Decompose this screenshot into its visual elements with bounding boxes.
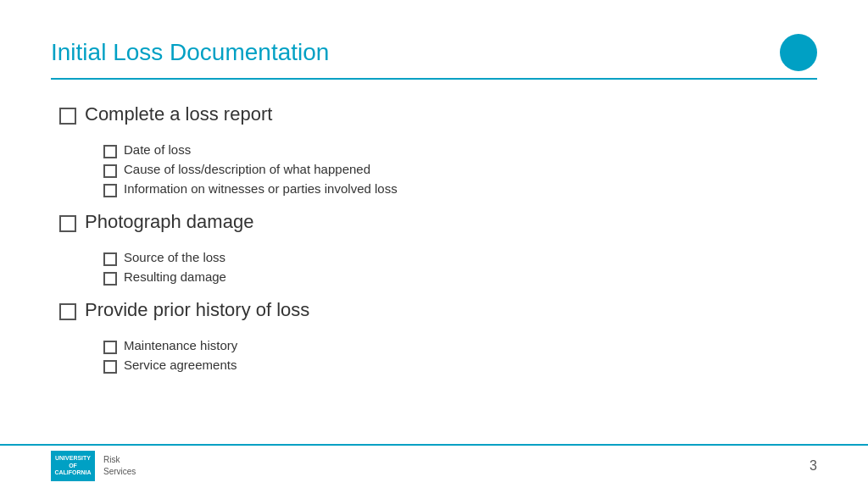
checkbox-sub-2-1 [103, 252, 117, 266]
sub-item-3-1-label: Maintenance history [124, 338, 237, 352]
section-photograph-damage: Photograph damage Source of the loss Res… [59, 211, 817, 286]
slide-footer: UNIVERSITYOFCALIFORNIA Risk Services 3 [0, 444, 868, 488]
checkbox-main-2 [59, 215, 76, 232]
slide-content: Complete a loss report Date of loss Caus… [51, 103, 817, 374]
section-provide-history: Provide prior history of loss Maintenanc… [59, 299, 817, 374]
sub-items-1: Date of loss Cause of loss/description o… [103, 142, 817, 197]
section-complete-loss-report: Complete a loss report Date of loss Caus… [59, 103, 817, 197]
sub-item-1-2-label: Cause of loss/description of what happen… [124, 162, 370, 176]
sub-items-2: Source of the loss Resulting damage [103, 250, 817, 286]
checkbox-sub-3-2 [103, 360, 117, 374]
sub-item-2-2-label: Resulting damage [124, 269, 226, 284]
footer-org-line1: Risk [103, 455, 120, 464]
checkbox-main-1 [59, 108, 76, 125]
footer-org: Risk Services [103, 454, 136, 478]
sub-item-2-1-label: Source of the loss [124, 250, 225, 264]
sub-item-3-1: Maintenance history [103, 338, 817, 354]
sub-item-2-1: Source of the loss [103, 250, 817, 266]
slide-container: Initial Loss Documentation Complete a lo… [0, 0, 868, 488]
slide-header: Initial Loss Documentation [51, 34, 817, 71]
uc-logo-text: UNIVERSITYOFCALIFORNIA [54, 455, 91, 476]
footer-left: UNIVERSITYOFCALIFORNIA Risk Services [51, 451, 136, 481]
checkbox-sub-1-1 [103, 145, 117, 158]
main-item-3-label: Provide prior history of loss [85, 299, 309, 321]
header-divider [51, 78, 817, 80]
footer-org-line2: Services [103, 467, 136, 476]
checkbox-sub-1-2 [103, 164, 117, 178]
main-item-2-label: Photograph damage [85, 211, 253, 233]
checkbox-sub-1-3 [103, 184, 117, 197]
checkbox-main-3 [59, 303, 76, 320]
checkbox-sub-3-1 [103, 341, 117, 354]
sub-item-1-1-label: Date of loss [124, 142, 191, 157]
main-item-1-label: Complete a loss report [85, 103, 272, 125]
footer-content: UNIVERSITYOFCALIFORNIA Risk Services 3 [0, 446, 868, 488]
sub-item-1-3-label: Information on witnesses or parties invo… [124, 181, 398, 196]
main-item-3: Provide prior history of loss [59, 299, 817, 321]
circle-decoration [780, 34, 817, 71]
main-item-2: Photograph damage [59, 211, 817, 233]
checkbox-sub-2-2 [103, 272, 117, 286]
sub-items-3: Maintenance history Service agreements [103, 338, 817, 374]
uc-logo: UNIVERSITYOFCALIFORNIA [51, 451, 95, 481]
sub-item-1-3: Information on witnesses or parties invo… [103, 181, 817, 197]
sub-item-2-2: Resulting damage [103, 269, 817, 286]
sub-item-1-1: Date of loss [103, 142, 817, 158]
sub-item-3-2-label: Service agreements [124, 358, 236, 372]
slide-title: Initial Loss Documentation [51, 39, 329, 66]
main-item-1: Complete a loss report [59, 103, 817, 125]
page-number: 3 [810, 458, 817, 474]
sub-item-3-2: Service agreements [103, 358, 817, 374]
sub-item-1-2: Cause of loss/description of what happen… [103, 162, 817, 178]
